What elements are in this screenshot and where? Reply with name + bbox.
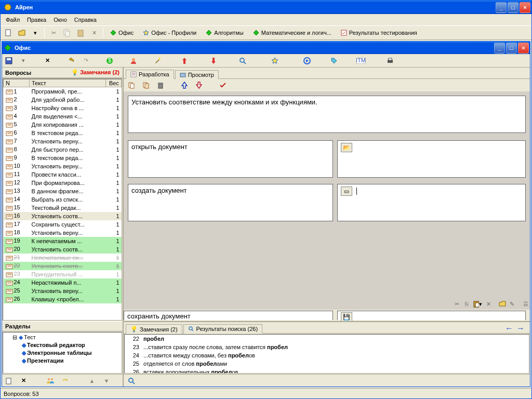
undo-icon[interactable] — [66, 56, 76, 65]
close-button[interactable]: × — [520, 2, 530, 13]
tab-search-results[interactable]: Результаты поиска (26) — [183, 324, 263, 334]
play-icon[interactable] — [302, 56, 312, 65]
table-row[interactable]: 19К непечатаемым ...1 — [4, 237, 122, 245]
pair-left[interactable]: открыть документ — [128, 140, 333, 178]
people-icon[interactable] — [46, 376, 55, 385]
new-section-icon[interactable] — [4, 376, 14, 385]
col-n[interactable]: N — [4, 79, 30, 87]
menu-file[interactable]: Файл — [3, 16, 23, 24]
table-row[interactable]: 26Клавишу <пробел...1 — [4, 295, 122, 303]
paste-icon[interactable] — [75, 27, 86, 38]
del-section-icon[interactable]: ✕ — [19, 376, 28, 385]
table-row[interactable]: 6В текстовом реда...1 — [4, 129, 122, 137]
table-row[interactable]: 1Программой, пре...1 — [4, 87, 122, 96]
table-row[interactable]: 24Нерастяжимый п...1 — [4, 278, 122, 287]
tree-item-1[interactable]: ◆Электронные таблицы — [4, 349, 121, 357]
col-text[interactable]: Текст — [30, 79, 106, 87]
list-item[interactable]: 26вставки дополнительных пробелов — [125, 368, 529, 374]
arrow-down-icon[interactable] — [209, 56, 218, 65]
table-row[interactable]: 10Установить верну...1 — [4, 162, 122, 170]
prev-result-icon[interactable]: ← — [505, 324, 513, 333]
tab-view[interactable]: Просмотр — [175, 70, 219, 79]
html-icon[interactable]: HTML — [356, 56, 366, 65]
at-paste-icon[interactable]: ▾ — [473, 299, 482, 309]
ball-green-icon[interactable]: $ — [105, 56, 114, 65]
at-copy-icon[interactable]: ⎘ — [463, 299, 471, 309]
tree-item-0[interactable]: ◆Текстовый редактор — [4, 341, 121, 349]
table-row[interactable]: 8Для быстрого пер...1 — [4, 145, 122, 154]
wand-icon[interactable] — [153, 56, 162, 65]
table-row[interactable]: 4Для выделения <...1 — [4, 112, 122, 121]
tag-icon[interactable] — [329, 56, 339, 65]
et-trash-icon[interactable] — [156, 81, 165, 90]
next-result-icon[interactable]: → — [516, 324, 525, 333]
doc-office[interactable]: Офис — [107, 28, 137, 37]
table-row[interactable]: 25Установить верну...1 — [4, 287, 122, 295]
et-up-icon[interactable] — [180, 81, 189, 90]
menu-window[interactable]: Окно — [50, 16, 70, 24]
col-weight[interactable]: Вес — [106, 79, 122, 87]
menu-help[interactable]: Справка — [71, 16, 100, 24]
arrow-up-icon[interactable] — [180, 56, 189, 65]
table-row[interactable]: 12При форматирова...1 — [4, 179, 122, 187]
dropdown-icon[interactable]: ▾ — [30, 27, 41, 38]
doc-results[interactable]: Результаты тестирования — [337, 28, 421, 37]
table-row[interactable]: 17Сохранить сущест...1 — [4, 220, 122, 229]
notes-indicator[interactable]: 💡 Замечания (2) — [71, 69, 119, 76]
question-text-box[interactable]: Установить соответствие между кнопками и… — [128, 96, 526, 133]
et-copy-icon[interactable] — [127, 81, 136, 90]
pair-left[interactable]: создать документ — [128, 184, 333, 221]
table-row[interactable]: 21Непечатаемые си...1 — [4, 254, 122, 262]
at-x-icon[interactable]: ✕ — [484, 299, 492, 309]
list-item[interactable]: 23...ставится сразу после слова, затем с… — [125, 343, 529, 351]
delete-icon[interactable]: ✕ — [88, 27, 100, 38]
save-icon[interactable] — [4, 56, 14, 65]
list-item[interactable]: 22пробел — [125, 335, 529, 343]
inner-maximize-button[interactable]: □ — [506, 43, 517, 54]
table-row[interactable]: 20Установить соотв...1 — [4, 245, 122, 254]
tree-root[interactable]: ⊟ ◆Тест — [4, 334, 121, 341]
table-row[interactable]: 23Принудительный ...1 — [4, 270, 122, 278]
et-check-icon[interactable] — [218, 81, 228, 90]
tab-dev[interactable]: Разработка — [126, 70, 174, 79]
table-row[interactable]: 14Выбрать из списк...1 — [4, 195, 122, 204]
table-row[interactable]: 2Для удобной рабо...1 — [4, 96, 122, 104]
table-row[interactable]: 9В текстовом реда...1 — [4, 154, 122, 162]
star-icon[interactable] — [270, 56, 280, 65]
table-row[interactable]: 3Настройку окна в ...1 — [4, 104, 122, 112]
table-row[interactable]: 18Установить верну...1 — [4, 229, 122, 237]
search-results-list[interactable]: 22пробел23...ставится сразу после слова,… — [124, 334, 529, 374]
table-row[interactable]: 13В данном фрагме...1 — [4, 187, 122, 195]
table-row[interactable]: 11Провести класси...1 — [4, 170, 122, 179]
inner-minimize-button[interactable]: _ — [494, 43, 505, 54]
print-icon[interactable] — [385, 56, 395, 65]
et-copy2-icon[interactable] — [141, 81, 151, 90]
redo-icon[interactable]: ↷ — [81, 56, 90, 65]
menu-edit[interactable]: Правка — [24, 16, 49, 24]
tab-notes[interactable]: 💡 Замечания (2) — [126, 324, 182, 334]
doc-office-profiles[interactable]: Офис - Профили — [139, 28, 200, 37]
list-item[interactable]: 24...ставится между словами, без пробело… — [125, 351, 529, 360]
open-icon[interactable] — [16, 27, 28, 38]
minimize-button[interactable]: _ — [496, 2, 507, 13]
at-prop-icon[interactable]: ☰ — [522, 299, 530, 309]
maximize-button[interactable]: □ — [508, 2, 518, 13]
bt-search-icon[interactable] — [127, 376, 136, 385]
doc-math[interactable]: Математические и логич... — [249, 28, 335, 37]
table-row[interactable]: 15Текстовый редак...1 — [4, 204, 122, 212]
cut-icon[interactable]: ✂ — [48, 27, 59, 38]
table-row[interactable]: 22Установить соотв...1 — [4, 262, 122, 270]
down-icon[interactable]: ▼ — [102, 376, 111, 385]
table-row[interactable]: 16Установить соотв...1 — [4, 212, 122, 220]
up-icon[interactable]: ▲ — [87, 376, 97, 385]
inner-close-button[interactable]: × — [518, 43, 529, 54]
new-icon[interactable] — [3, 27, 14, 38]
pair-right[interactable]: ▭ — [337, 184, 526, 221]
saveall-icon[interactable]: ▾ — [19, 56, 28, 65]
et-down-icon[interactable] — [194, 81, 204, 90]
table-row[interactable]: 5Для копирования ...1 — [4, 121, 122, 129]
table-row[interactable]: 7Установить верну...1 — [4, 137, 122, 145]
x-icon[interactable]: ✕ — [43, 56, 52, 65]
sections-tree[interactable]: ⊟ ◆Тест ◆Текстовый редактор ◆Электронные… — [3, 332, 122, 374]
questions-table[interactable]: N Текст Вес 1Программой, пре...12Для удо… — [3, 78, 122, 321]
